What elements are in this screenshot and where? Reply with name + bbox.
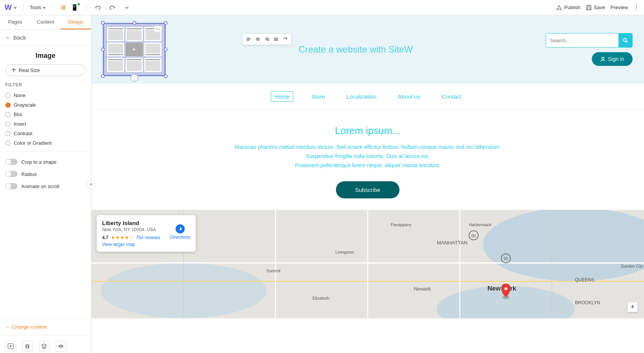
subscribe-button[interactable]: Subscribe: [336, 181, 400, 198]
publish-button[interactable]: Publish: [556, 5, 580, 11]
handle-right-middle[interactable]: [164, 48, 168, 51]
visibility-button[interactable]: [56, 341, 66, 351]
back-button[interactable]: ← Back: [0, 30, 91, 46]
svg-point-7: [623, 38, 626, 42]
add-section-icon: [8, 343, 14, 349]
map-stars: ★★★★☆: [111, 235, 134, 240]
desktop-icon[interactable]: 🖥: [59, 3, 68, 12]
filter-color-gradient[interactable]: Color or Gradient: [0, 138, 91, 148]
directions-label: Directions: [170, 235, 190, 240]
undo-button[interactable]: [93, 2, 103, 13]
handle-top-right[interactable]: [164, 21, 168, 25]
topbar-divider-1: [23, 4, 24, 11]
image-more-button[interactable]: ···: [154, 26, 162, 32]
svg-text:Elizabeth: Elizabeth: [312, 296, 329, 301]
map-view-larger-link[interactable]: View larger map: [102, 242, 190, 247]
more-options-button[interactable]: ⋮: [633, 4, 639, 11]
preview-button[interactable]: Preview: [610, 5, 628, 10]
filter-blur[interactable]: Blur: [0, 110, 91, 119]
layers-button[interactable]: [39, 341, 50, 351]
nav-store-label: Store: [312, 93, 325, 100]
map-zoom-button[interactable]: +: [627, 302, 638, 312]
map-directions-button[interactable]: Directions: [170, 224, 190, 240]
sidebar-collapse-button[interactable]: [87, 180, 96, 189]
align-center-button[interactable]: [254, 35, 262, 43]
tab-content[interactable]: Content: [30, 15, 61, 29]
filter-color-gradient-radio[interactable]: [5, 141, 11, 146]
animate-scroll-toggle[interactable]: [5, 183, 18, 189]
tools-menu[interactable]: Tools: [30, 5, 46, 10]
rotate-icon: [283, 37, 288, 42]
handle-bottom-right[interactable]: [164, 74, 168, 78]
align-justify-button[interactable]: [272, 35, 280, 43]
handle-left-middle[interactable]: [101, 48, 105, 51]
toggle-crop-to-shape[interactable]: Crop to a shape: [0, 156, 91, 168]
search-input[interactable]: [546, 35, 618, 46]
filter-color-gradient-label: Color or Gradient: [14, 140, 52, 146]
image-bottom-button[interactable]: ↓: [131, 74, 138, 81]
real-size-button[interactable]: Real Size: [5, 64, 86, 76]
filter-grayscale-radio[interactable]: [5, 102, 11, 108]
back-label: Back: [13, 34, 26, 41]
filter-blur-radio[interactable]: [5, 112, 11, 117]
img-cell-9: [144, 58, 161, 72]
filter-grayscale[interactable]: Grayscale: [0, 100, 91, 110]
svg-text:BROOKLYN: BROOKLYN: [575, 300, 600, 306]
tab-design[interactable]: Design: [61, 15, 91, 29]
logo-chevron-icon[interactable]: [13, 6, 17, 10]
animate-scroll-label: Animate on scroll: [21, 184, 59, 189]
nav-contact[interactable]: Contact: [439, 92, 465, 101]
hero-section: Lorem ipsum... Macenas pharetra metud in…: [91, 110, 644, 210]
nav-about-us[interactable]: About us: [395, 92, 423, 101]
mobile-icon[interactable]: 📱: [69, 3, 80, 12]
filter-none[interactable]: None: [0, 91, 91, 100]
search-icon: [622, 37, 628, 43]
nav-store[interactable]: Store: [308, 92, 328, 101]
filter-invert-label: Invert: [14, 121, 26, 127]
align-left-button[interactable]: [244, 35, 253, 43]
save-button[interactable]: Save: [586, 5, 605, 11]
align-center-icon: [256, 37, 260, 42]
redo-button[interactable]: [107, 2, 118, 13]
radius-label: Radius: [21, 171, 37, 177]
radius-toggle[interactable]: [5, 171, 18, 177]
add-section-button[interactable]: [5, 341, 16, 351]
filter-contrast[interactable]: Contrast: [0, 129, 91, 138]
nav-home[interactable]: Home: [271, 91, 293, 102]
handle-bottom-left[interactable]: [101, 74, 105, 78]
filter-contrast-radio[interactable]: [5, 131, 11, 136]
map-section: MANHATTAN New York Newark QUEENS BROOKLY…: [91, 210, 644, 318]
align-right-button[interactable]: [263, 35, 271, 43]
map-info-box: Liberty Island New York, NY 10004, USA 4…: [97, 215, 196, 252]
map-reviews-link[interactable]: 754 reviews: [136, 235, 160, 240]
filter-none-radio[interactable]: [5, 93, 11, 98]
svg-text:Newark: Newark: [414, 286, 431, 292]
filter-invert-radio[interactable]: [5, 121, 11, 127]
filter-invert[interactable]: Invert: [0, 119, 91, 129]
website-preview: ▶ ··· ↓: [91, 15, 644, 353]
nav-localization[interactable]: Localization: [343, 92, 379, 101]
handle-top-left[interactable]: [101, 21, 105, 25]
img-cell-5: ▶: [126, 43, 143, 57]
device-icons: 🖥 📱: [59, 3, 80, 12]
rotate-button[interactable]: [281, 35, 289, 43]
logo[interactable]: W: [5, 3, 17, 12]
svg-text:MANHATTAN: MANHATTAN: [437, 240, 468, 246]
main-area: Pages Content Design ← Back Image Real S…: [0, 15, 644, 353]
delete-button[interactable]: [22, 341, 33, 351]
tab-pages[interactable]: Pages: [0, 15, 30, 29]
img-cell-7: [107, 58, 124, 72]
subscribe-label: Subscribe: [355, 187, 380, 193]
crop-shape-toggle[interactable]: [5, 159, 18, 165]
header-right: Sign in: [546, 33, 633, 66]
svg-text:QUEENS: QUEENS: [575, 277, 594, 283]
toggle-animate-scroll[interactable]: Animate on scroll: [0, 180, 91, 192]
more-actions-button[interactable]: [121, 2, 132, 13]
handle-top-middle[interactable]: [133, 21, 136, 25]
nav-about-us-label: About us: [398, 93, 420, 100]
signin-button[interactable]: Sign in: [592, 52, 633, 66]
svg-text:80: 80: [471, 233, 476, 238]
change-content-link[interactable]: ← Change content: [5, 324, 86, 330]
toggle-radius[interactable]: Radius: [0, 168, 91, 180]
search-button[interactable]: [618, 34, 632, 47]
